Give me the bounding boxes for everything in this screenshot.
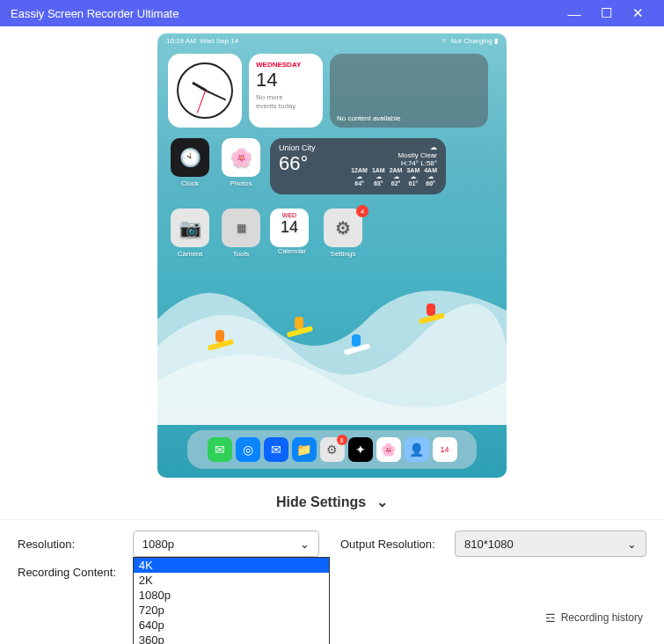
output-resolution-select[interactable]: 810*1080⌄ [455,531,646,557]
dock: ✉ ◎ ✉ 📁 ⚙8 ✦ 🌸 👤 14 [187,430,477,469]
empty-widget: No content available [330,54,488,128]
resolution-option[interactable]: 4K [134,558,329,573]
preview-area: 10:19 AM Wed Sep 14 ᯤ Not Charging ▮ WED… [0,26,664,481]
device-preview: 10:19 AM Wed Sep 14 ᯤ Not Charging ▮ WED… [157,33,507,478]
resolution-option[interactable]: 1080p [134,588,329,603]
safari-icon: ◎ [236,437,260,462]
contacts-icon: 👤 [405,437,429,462]
resolution-select[interactable]: 1080p⌄ 4K2K1080p720p640p360p [133,531,319,557]
clock-app: 🕙Clock [168,138,212,187]
app-title: Eassiy Screen Recorder Ultimate [11,7,558,20]
settings-panel: Resolution: 1080p⌄ 4K2K1080p720p640p360p… [0,519,664,579]
calendar-widget: WEDNESDAY 14 No moreevents today [249,54,323,128]
titlebar: Eassiy Screen Recorder Ultimate — ☐ ✕ [0,0,664,26]
photos-dock-icon: 🌸 [376,437,401,462]
recording-content-label: Recording Content: [18,566,123,579]
cal-dock-icon: 14 [433,437,457,462]
bird-icon: ✦ [348,437,373,462]
footer: SnapShot ☲ Recording history [0,604,664,632]
resolution-option[interactable]: 640p [134,618,329,633]
device-statusbar: 10:19 AM Wed Sep 14 ᯤ Not Charging ▮ [157,33,507,48]
minimize-button[interactable]: — [558,6,590,21]
wave-art [157,231,507,425]
resolution-option[interactable]: 2K [134,573,329,588]
files-icon: 📁 [292,437,317,462]
recording-history-link[interactable]: ☲ Recording history [545,611,643,625]
mail-icon: ✉ [264,437,288,462]
resolution-option[interactable]: 360p [134,633,329,644]
page-dots: • · [157,418,507,427]
weather-widget: Union City 66° ☁︎ Mostly Clear H:74° L:5… [270,138,446,194]
chevron-down-icon: ⌄ [300,538,310,551]
close-button[interactable]: ✕ [622,5,653,21]
chevron-down-icon: ⌄ [376,494,388,510]
maximize-button[interactable]: ☐ [590,5,622,21]
output-resolution-label: Output Resolution: [340,538,446,551]
clock-widget [168,54,242,128]
messages-icon: ✉ [208,437,232,462]
weather-days: 12AM☁︎64°1AM☁︎63°2AM☁︎62°3AM☁︎61°4AM☁︎60… [351,167,437,187]
settings-badge: 4 [356,205,368,217]
dock-settings-icon: ⚙8 [320,437,345,462]
resolution-label: Resolution: [18,538,120,551]
chevron-down-icon: ⌄ [627,538,637,551]
hide-settings-toggle[interactable]: Hide Settings⌄ [0,481,664,519]
resolution-dropdown[interactable]: 4K2K1080p720p640p360p [133,557,330,644]
resolution-option[interactable]: 720p [134,603,329,618]
photos-app: 🌸Photos [219,138,263,187]
list-icon: ☲ [545,611,556,625]
